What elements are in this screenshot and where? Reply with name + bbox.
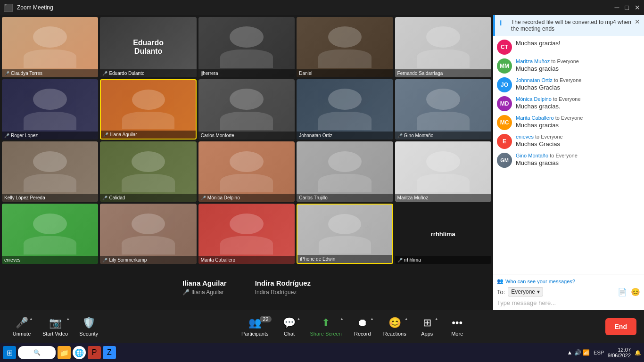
video-cell-marita[interactable]: Marita Caballero (198, 204, 295, 264)
speaker-subname-indira: Indira Rodríguez (255, 289, 311, 296)
windows-start-button[interactable]: ⊞ (3, 346, 16, 359)
chat-text-ct: Muchas gracias! (516, 40, 640, 47)
who-can-see-text: Who can see your messages? (505, 279, 575, 284)
chat-avatar-mm: MM (497, 58, 512, 74)
speaker-section: Iliana Aguilar 🎤 Iliana Aguilar Indira R… (2, 266, 491, 308)
participants-button[interactable]: ▲ 👥 Participants 22 (237, 314, 273, 339)
chat-text-jo: Muchas Gracias (516, 84, 640, 91)
chat-sender-gm: Gino Montaño to Everyone (516, 153, 640, 158)
to-everyone-mm: to Everyone (551, 58, 579, 64)
chat-input[interactable] (497, 299, 640, 306)
participants-icon: 👥 (248, 317, 261, 329)
participant-name-kel: Kelly López Pereda (4, 195, 45, 200)
emoji-icon[interactable]: 😊 (631, 288, 640, 296)
record-caret[interactable]: ▲ (370, 317, 374, 321)
more-button[interactable]: ••• More (443, 314, 471, 339)
video-cell-fer[interactable]: Fernando Saldarriaga (395, 17, 491, 77)
start-video-label: Start Video (42, 331, 68, 337)
video-cell-mon[interactable]: 🎤 Mónica Delpino (198, 141, 295, 202)
chat-message-e: E enieves to Everyone Muchas Gracias (497, 134, 640, 149)
participant-name-dan: Daniel (299, 71, 312, 76)
video-cell-iphone[interactable]: iPhone de Edwin (297, 204, 393, 264)
video-cell-lily[interactable]: 🎤 Lily Sommerkamp (100, 204, 196, 264)
reactions-button[interactable]: ▲ 😊 Reactions (379, 314, 411, 339)
title-bar-controls[interactable]: ─ □ ✕ (615, 4, 640, 11)
video-cell-car[interactable]: Carlos Monforte (198, 79, 295, 140)
video-grid: 🎤 Claudya Torres Eduardo Dulanto 🎤 Eduar… (2, 17, 491, 264)
video-cell-rog[interactable]: 🎤 Roger Lopez (2, 79, 98, 140)
chat-caret[interactable]: ▲ (297, 317, 301, 321)
people-icon: 👥 (497, 278, 504, 284)
everyone-option: Everyone (511, 288, 535, 295)
chat-content-gm: Gino Montaño to Everyone Muchas gracias (516, 153, 640, 166)
video-cell-ct[interactable]: 🎤 Claudya Torres (2, 17, 98, 77)
chat-to-dropdown[interactable]: Everyone ▾ (508, 287, 543, 296)
participant-name-rrh: rrhhlima (404, 257, 421, 263)
reactions-icon: 😊 (388, 317, 401, 329)
maximize-button[interactable]: □ (625, 4, 629, 11)
notification-bell-icon[interactable]: 🔔 (635, 350, 641, 356)
date-display: 9/06/2022 (608, 353, 631, 358)
window-title: Zoom Meeting (17, 4, 53, 11)
participant-name-fer: Fernando Saldarriaga (397, 71, 443, 76)
video-cell-mar[interactable]: Maritza Muñoz (395, 141, 491, 202)
unmute-caret[interactable]: ▲ (29, 317, 33, 321)
apps-caret[interactable]: ▲ (435, 317, 438, 321)
chat-text-md: Muchas gracias. (516, 103, 640, 110)
chat-avatar-e: E (497, 134, 512, 149)
taskbar-explorer-icon[interactable]: 📁 (58, 346, 71, 359)
notification-close-button[interactable]: ✕ (635, 18, 640, 25)
speaker-name-indira: Indira Rodríguez (255, 279, 311, 287)
clock: 12:07 9/06/2022 (608, 347, 631, 358)
video-cell-rrh[interactable]: rrhhlima 🎤 rrhhlima (395, 204, 491, 264)
video-cell-dan[interactable]: Daniel (297, 17, 393, 77)
video-cell-kel[interactable]: Kelly López Pereda (2, 141, 98, 202)
share-screen-caret[interactable]: ▲ (340, 317, 344, 321)
chat-sender-mc: Marita Caballero to Everyone (516, 115, 640, 121)
video-cell-joh[interactable]: Johnnatan Ortiz (297, 79, 393, 140)
more-label: More (451, 331, 463, 337)
reactions-caret[interactable]: ▲ (405, 317, 408, 321)
video-cell-jj[interactable]: jjherrera (198, 17, 295, 77)
security-button[interactable]: 🛡️ Security (74, 314, 103, 339)
security-icon: 🛡️ (83, 317, 95, 329)
close-button[interactable]: ✕ (635, 4, 640, 11)
chat-sender-mm: Maritza Muñoz to Everyone (516, 58, 640, 64)
share-screen-button[interactable]: ▲ ⬆ Share Screen (305, 314, 347, 339)
toolbar: ▲ 🎤 Unmute ▲ 📷 Start Video 🛡️ Security ▲… (0, 310, 644, 343)
muted-icon-cal: 🎤 (102, 196, 107, 200)
file-attach-icon[interactable]: 📄 (618, 288, 627, 296)
chat-messages: CT Muchas gracias! MM Maritza Muñoz to E… (493, 36, 644, 274)
end-button[interactable]: End (605, 318, 636, 335)
more-icon: ••• (452, 317, 462, 329)
chat-text-mc: Muchas gracias (516, 122, 640, 129)
chat-button[interactable]: ▲ 💬 Chat (275, 314, 304, 339)
apps-button[interactable]: ▲ ⊞ Apps (413, 314, 441, 339)
video-cell-cal[interactable]: 🎤 Calidad (100, 141, 196, 202)
record-button[interactable]: ▲ ⏺ Record (348, 314, 377, 339)
video-cell-gin[interactable]: 🎤 Gino Montaño (395, 79, 491, 140)
to-everyone-md: to Everyone (553, 96, 581, 102)
taskbar-zoom-icon[interactable]: Z (103, 346, 116, 359)
search-button[interactable]: 🔍 (18, 346, 56, 359)
participant-name-ctr: Carlos Trujillo (299, 195, 328, 200)
chat-input-row[interactable] (497, 299, 640, 306)
taskbar-chrome-icon[interactable]: 🌐 (73, 346, 86, 359)
speaker-item-iliana: Iliana Aguilar 🎤 Iliana Aguilar (182, 279, 227, 296)
taskbar-powerpoint-icon[interactable]: P (88, 346, 101, 359)
to-everyone-e: to Everyone (535, 134, 563, 140)
video-cell-ctr[interactable]: Carlos Trujillo (297, 141, 393, 202)
unmute-button[interactable]: ▲ 🎤 Unmute (8, 314, 36, 339)
participant-name-gin: Gino Montaño (404, 133, 434, 138)
start-video-button[interactable]: ▲ 📷 Start Video (38, 314, 73, 339)
participant-name-ct: Claudya Torres (11, 71, 42, 76)
minimize-button[interactable]: ─ (615, 4, 619, 11)
video-caret[interactable]: ▲ (66, 317, 70, 321)
muted-icon-rrh: 🎤 (397, 258, 403, 263)
rrh-name-display: rrhhlima (431, 230, 455, 238)
chat-content-mm: Maritza Muñoz to Everyone Muchas gracias (516, 58, 640, 72)
video-cell-eni[interactable]: enieves (2, 204, 98, 264)
video-cell-ed[interactable]: Eduardo Dulanto 🎤 Eduardo Dulanto (100, 17, 196, 77)
video-cell-ili[interactable]: 🎤 Iliana Aguilar (100, 79, 196, 140)
chat-avatar-mc: MC (497, 115, 512, 130)
